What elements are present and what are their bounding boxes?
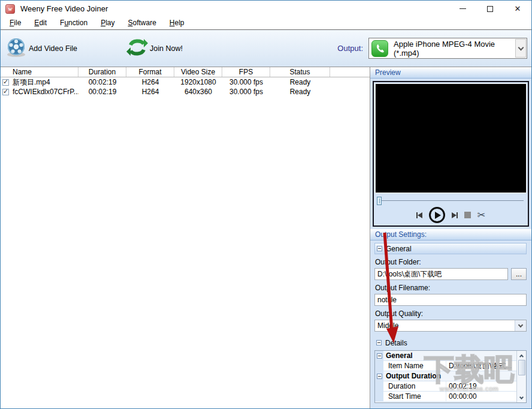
collapse-icon[interactable]: [376, 340, 382, 345]
maximize-button[interactable]: [476, 1, 504, 17]
details-expander-label: Details: [385, 339, 407, 347]
window-title: Weeny Free Video Joiner: [20, 4, 108, 13]
table-row[interactable]: 新项目.mp4 00:02:19 H264 1920x1080 30.000 f…: [1, 77, 370, 87]
add-video-file-button[interactable]: Add Video File: [5, 37, 77, 60]
file-format: H264: [126, 78, 174, 86]
grid-category-row[interactable]: Output Duration: [375, 371, 516, 381]
stop-button[interactable]: [464, 212, 471, 218]
output-filename-input[interactable]: notitle: [374, 294, 527, 306]
scroll-down-button[interactable]: [518, 393, 526, 402]
file-duration: 00:02:19: [78, 78, 126, 86]
file-video-size: 640x360: [174, 88, 222, 96]
file-name: 新项目.mp4: [13, 77, 50, 88]
previous-button[interactable]: [416, 212, 422, 218]
menu-help[interactable]: Help: [163, 17, 191, 29]
start-time-value[interactable]: 00:00:00: [446, 392, 516, 401]
file-status: Ready: [270, 88, 330, 96]
previous-icon: [418, 212, 422, 218]
maximize-icon: [487, 6, 493, 12]
grid-item-row[interactable]: Start Time 00:00:00: [375, 392, 516, 402]
seek-slider-handle[interactable]: [377, 197, 382, 205]
preview-box: ✂: [373, 81, 529, 227]
phone-icon: [371, 40, 388, 57]
minimize-button[interactable]: [449, 1, 476, 17]
file-name: fcCWIEkdlx07CFrP...: [13, 88, 78, 96]
details-expander[interactable]: Details: [374, 337, 527, 348]
item-name-value[interactable]: D:\tools\桌面\格式...: [446, 361, 516, 371]
chevron-up-icon: [519, 354, 524, 358]
file-list-header: Name Duration Format Video Size FPS Stat…: [1, 67, 370, 77]
menu-file[interactable]: File: [3, 17, 28, 29]
output-folder-input[interactable]: D:\tools\桌面\下载吧: [374, 268, 508, 280]
general-expander-label: General: [386, 245, 412, 253]
close-button[interactable]: ✕: [504, 1, 531, 17]
file-duration: 00:02:19: [78, 88, 126, 96]
collapse-icon[interactable]: [377, 246, 382, 251]
output-format-combobox[interactable]: Apple iPhone MPEG-4 Movie (*.mp4): [368, 38, 527, 59]
scroll-up-button[interactable]: [518, 351, 526, 360]
cut-button[interactable]: ✂: [477, 210, 485, 220]
file-list-panel: Name Duration Format Video Size FPS Stat…: [1, 67, 370, 408]
grid-scrollbar[interactable]: [516, 351, 526, 402]
output-quality-select[interactable]: Middle: [374, 320, 527, 332]
duration-label: Duration: [383, 381, 446, 391]
column-header-duration[interactable]: Duration: [78, 67, 126, 77]
join-arrows-icon: [126, 37, 148, 60]
chevron-down-icon: [518, 44, 524, 50]
main-area: Name Duration Format Video Size FPS Stat…: [1, 67, 531, 408]
output-area: Output: Apple iPhone MPEG-4 Movie (*.mp4…: [337, 38, 527, 59]
file-fps: 30.000 fps: [222, 88, 270, 96]
chevron-down-icon: [519, 395, 524, 399]
play-button[interactable]: [429, 207, 445, 223]
file-format: H264: [126, 88, 174, 96]
playback-controls: ✂: [374, 207, 528, 223]
output-format-dropdown-button[interactable]: [515, 39, 526, 58]
quality-dropdown-button[interactable]: [515, 320, 526, 331]
table-row[interactable]: fcCWIEkdlx07CFrP... 00:02:19 H264 640x36…: [1, 87, 370, 97]
menu-software[interactable]: Software: [121, 17, 162, 29]
join-now-button[interactable]: Join Now!: [126, 37, 183, 60]
collapse-icon[interactable]: [377, 374, 382, 379]
column-header-status[interactable]: Status: [270, 67, 330, 77]
menu-play[interactable]: Play: [94, 17, 121, 29]
file-status: Ready: [270, 78, 330, 86]
next-button[interactable]: [452, 212, 458, 218]
column-header-format[interactable]: Format: [126, 67, 174, 77]
video-preview-area: [375, 83, 527, 193]
column-header-filler: [330, 67, 370, 77]
column-header-video-size[interactable]: Video Size: [174, 67, 222, 77]
play-icon: [435, 212, 441, 219]
output-quality-value: Middle: [375, 321, 515, 330]
general-expander[interactable]: General: [374, 243, 527, 254]
titlebar: w Weeny Free Video Joiner ✕: [1, 1, 531, 17]
menu-edit[interactable]: Edit: [28, 17, 53, 29]
right-panel: Preview ✂ Output Settings:: [370, 67, 531, 408]
grid-item-row[interactable]: Duration 00:02:19: [375, 381, 516, 392]
add-video-file-label: Add Video File: [29, 44, 77, 53]
scrollbar-thumb[interactable]: [518, 360, 525, 375]
column-header-fps[interactable]: FPS: [222, 67, 270, 77]
output-filename-label: Output Filename:: [375, 284, 527, 292]
scissors-icon: ✂: [477, 210, 485, 220]
output-format-value: Apple iPhone MPEG-4 Movie (*.mp4): [394, 40, 515, 58]
output-settings-header: Output Settings:: [370, 229, 531, 240]
browse-folder-button[interactable]: ...: [511, 268, 527, 280]
file-fps: 30.000 fps: [222, 78, 270, 86]
grid-category-row[interactable]: General: [375, 351, 516, 361]
details-property-grid: General Item Name D:\tools\桌面\格式... Outp…: [374, 350, 527, 403]
menu-function[interactable]: Function: [53, 17, 94, 29]
seek-slider[interactable]: [377, 196, 524, 205]
collapse-icon[interactable]: [377, 353, 382, 359]
menubar: File Edit Function Play Software Help: [1, 17, 531, 29]
output-label: Output:: [337, 44, 363, 53]
window-controls: ✕: [449, 1, 531, 17]
row-checkbox[interactable]: [2, 89, 9, 95]
seek-slider-track[interactable]: [382, 200, 524, 201]
chevron-down-icon: [518, 322, 523, 327]
app-icon: w: [5, 4, 15, 14]
row-checkbox[interactable]: [2, 79, 9, 86]
toolbar: Add Video File Join Now! Output:: [1, 29, 531, 67]
grid-item-row[interactable]: Item Name D:\tools\桌面\格式...: [375, 361, 516, 371]
duration-value[interactable]: 00:02:19: [446, 381, 516, 391]
column-header-name[interactable]: Name: [1, 67, 78, 77]
